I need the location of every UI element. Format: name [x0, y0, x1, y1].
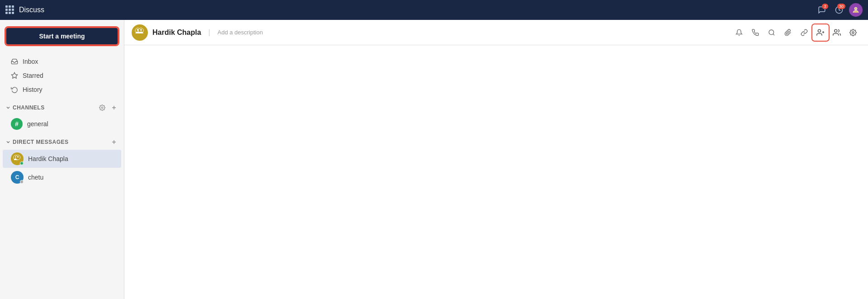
pin-button[interactable] [780, 25, 796, 40]
inbox-label: Inbox [23, 58, 38, 65]
add-person-icon [816, 28, 825, 37]
search-icon [768, 29, 775, 36]
svg-line-17 [773, 34, 774, 35]
sidebar: Start a meeting Inbox Starred [0, 20, 124, 299]
channels-label: CHANNELS [13, 104, 45, 111]
dm-collapse-btn[interactable]: DIRECT MESSAGES [5, 139, 69, 145]
dm-name-chetu: chetu [28, 174, 43, 181]
dm-label: DIRECT MESSAGES [13, 139, 69, 145]
sidebar-item-starred[interactable]: Starred [3, 69, 121, 82]
topbar-right: 3 30 [815, 3, 863, 17]
dm-chevron-down-icon [5, 139, 11, 145]
dm-add-btn[interactable] [109, 138, 119, 147]
inbox-icon [11, 58, 18, 65]
phone-button[interactable] [748, 25, 763, 40]
chat-header-left: Hardik Chapla | Add a description [132, 24, 263, 41]
star-icon [11, 72, 18, 79]
user-avatar[interactable] [849, 3, 863, 17]
app-name: Discuss [19, 6, 44, 14]
channel-general-icon: # [11, 118, 23, 130]
history-icon [11, 86, 18, 93]
dm-header: DIRECT MESSAGES [0, 133, 124, 149]
settings-button[interactable] [845, 25, 861, 40]
dm-avatar-chetu: C [11, 171, 24, 184]
svg-point-1 [854, 7, 857, 10]
chat-contact-name: Hardik Chapla [152, 28, 201, 37]
topbar-left: Discuss [5, 5, 44, 14]
main-layout: Start a meeting Inbox Starred [0, 20, 868, 299]
svg-point-22 [852, 32, 854, 33]
bell-button[interactable] [731, 25, 747, 40]
chat-header: Hardik Chapla | Add a description [124, 20, 868, 45]
svg-point-3 [101, 107, 103, 109]
starred-label: Starred [23, 72, 43, 79]
link-icon [801, 29, 808, 36]
start-meeting-button[interactable]: Start a meeting [5, 27, 119, 45]
dm-item-chetu[interactable]: C chetu [3, 168, 121, 186]
bell-icon [735, 29, 743, 36]
dm-actions [109, 138, 119, 147]
grid-icon[interactable] [5, 5, 14, 14]
chat-header-avatar [132, 24, 148, 41]
search-button[interactable] [764, 25, 779, 40]
dm-item-hardik[interactable]: Hardik Chapla [3, 150, 121, 168]
topbar: Discuss 3 30 [0, 0, 868, 20]
dm-avatar-hardik [11, 152, 24, 165]
dm-avatar-chetu-initial: C [15, 174, 19, 180]
chat-description[interactable]: Add a description [218, 29, 263, 36]
add-person-button[interactable] [813, 25, 828, 40]
start-meeting-wrap: Start a meeting [0, 20, 124, 52]
chevron-down-icon [5, 105, 11, 110]
svg-point-21 [835, 29, 837, 32]
chat-body [124, 45, 868, 299]
svg-point-11 [17, 156, 19, 157]
svg-marker-2 [11, 72, 17, 78]
channels-actions [98, 103, 119, 112]
group-button[interactable] [829, 25, 844, 40]
channel-general[interactable]: # general [3, 115, 121, 133]
gear-icon [849, 29, 857, 36]
main-content: Hardik Chapla | Add a description [124, 20, 868, 299]
svg-point-15 [140, 29, 142, 31]
chat-header-right [731, 25, 861, 40]
pin-icon [784, 29, 792, 36]
clock-icon-btn[interactable]: 30 [832, 3, 846, 17]
channels-section: CHANNELS [0, 99, 124, 133]
channels-add-btn[interactable] [109, 103, 119, 112]
chat-icon-btn[interactable]: 3 [815, 3, 829, 17]
sidebar-nav: Inbox Starred History [0, 52, 124, 99]
channels-header: CHANNELS [0, 99, 124, 115]
history-label: History [23, 86, 43, 93]
svg-point-18 [818, 29, 821, 32]
channels-collapse-btn[interactable]: CHANNELS [5, 104, 45, 111]
clock-badge: 30 [837, 4, 845, 9]
dm-name-hardik: Hardik Chapla [28, 155, 68, 162]
dm-section: DIRECT MESSAGES [0, 133, 124, 187]
sidebar-item-inbox[interactable]: Inbox [3, 55, 121, 68]
header-divider: | [209, 28, 210, 37]
svg-point-13 [137, 29, 139, 31]
channel-general-name: general [27, 120, 48, 128]
link-button[interactable] [797, 25, 812, 40]
channels-settings-btn[interactable] [98, 103, 107, 112]
chat-badge: 3 [822, 4, 828, 9]
sidebar-item-history[interactable]: History [3, 83, 121, 96]
group-icon [833, 28, 841, 37]
svg-point-16 [769, 30, 774, 35]
phone-icon [752, 29, 759, 36]
